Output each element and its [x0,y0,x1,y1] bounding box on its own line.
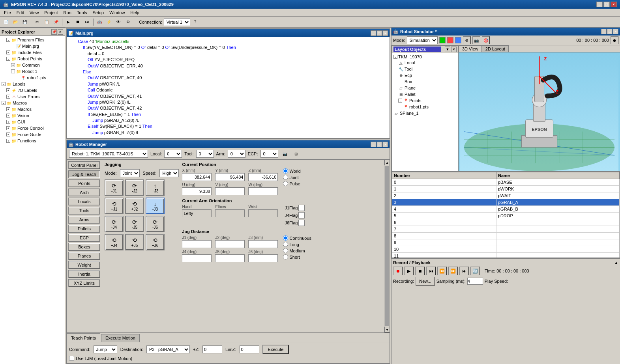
paste-btn[interactable]: 📌 [52,18,60,26]
ecp-select[interactable]: 0 [260,150,278,158]
expand-macros[interactable]: - [2,101,6,105]
tree-item-robot-points[interactable]: - 📁 Robot Points [1,56,64,62]
help-btn[interactable]: ? [191,18,200,26]
lo-robot1pts[interactable]: 📍 robot1.pts [393,104,457,110]
expand-force-control[interactable]: + [6,126,10,130]
tree-item-main-prg[interactable]: 📝 Main.prg [1,43,64,49]
sim-3d-view[interactable]: EPSON Z Z [459,52,620,171]
lo-ecp[interactable]: ⊕ Ecp [393,72,457,78]
tree-item-gui[interactable]: + 📁 GUI [1,119,64,125]
tree-item-force-control[interactable]: + 📁 Force Control [1,125,64,131]
expand-include[interactable]: + [6,50,10,54]
tree-item-program-files[interactable]: - 📁 Program Files [1,37,64,43]
tree-item-robot1[interactable]: - 📁 Robot 1 [1,68,64,75]
command-select[interactable]: Jump [94,345,117,353]
rm-maximize[interactable]: □ [376,142,382,147]
rm-dots-btn[interactable]: ⋯ [303,149,311,158]
expand-program-files[interactable]: - [6,38,10,42]
arch-btn[interactable]: Arch [68,189,100,196]
sim-color-green[interactable] [439,37,446,43]
destination-select[interactable]: P3 - pGRAB_A [146,345,190,353]
stop-rec-btn[interactable]: ⏹ [415,267,425,275]
code-area[interactable]: Case 40 'Montaż uszczelki If Sw(YV_EJECT… [67,37,390,138]
rm-grid-btn[interactable]: ⊞ [292,149,300,158]
tree-item-io-labels[interactable]: + ⚡ I/O Labels [1,87,64,93]
j2-dist-input[interactable] [215,240,245,248]
z-input[interactable] [248,173,278,181]
layout-close-btn[interactable]: × [451,47,457,52]
table-row[interactable]: 3pGRAB_A [392,199,620,206]
execute-button[interactable]: Execute [262,345,289,354]
close-button[interactable]: × [611,2,617,7]
vision-btn[interactable]: 👁 [114,18,123,26]
j3-dist-input[interactable] [248,240,278,248]
robot-btn[interactable]: 🤖 [95,18,104,26]
table-row[interactable]: 5pDROP [392,213,620,219]
lo-points[interactable]: - 📍 Points [393,97,457,104]
step-btn[interactable]: ⏭ [83,18,92,26]
j6-dist-input[interactable] [248,254,278,262]
weight-btn[interactable]: Weight [68,261,100,269]
3d-view-tab[interactable]: 3D View [459,45,482,52]
expand-lo-points[interactable]: - [398,99,402,103]
j5-dist-input[interactable] [215,254,245,262]
xyz-limits-btn[interactable]: XYZ Limits [68,279,100,287]
menu-edit[interactable]: Edit [14,9,26,16]
table-row[interactable]: 1pWORK [392,186,620,192]
sim-btn1[interactable]: ⚙ [463,36,471,44]
tree-item-macros[interactable]: + 📁 Macros [1,106,64,112]
joint-radio-item[interactable]: Joint [283,175,301,180]
sim-record-btn[interactable]: ⏺ [611,36,618,44]
jog-minus-j3-btn[interactable]: ↓ -J3 [146,198,165,214]
speed-select[interactable]: High [159,169,179,177]
rew-btn[interactable]: ⏪ [437,267,447,275]
new-btn[interactable]: 📄 [2,18,10,26]
menu-file[interactable]: File [2,9,13,16]
table-row[interactable]: 11 [392,253,620,258]
sim-color-blue[interactable] [455,37,461,43]
sampling-input[interactable] [467,278,483,285]
j4-dist-input[interactable] [182,254,212,262]
wrist-input[interactable] [248,209,278,217]
scroll-thumb[interactable] [385,166,389,326]
table-row[interactable]: 6 [392,219,620,226]
menu-run[interactable]: Run [61,9,74,16]
lo-local[interactable]: △ Local [393,60,457,66]
medium-item[interactable]: Medium [283,248,311,253]
expand-io[interactable]: + [6,88,10,92]
menu-window[interactable]: Window [107,9,127,16]
menu-setup[interactable]: Setup [90,9,106,16]
pallets-btn[interactable]: Pallets [68,225,100,233]
sim-close[interactable]: × [613,29,618,34]
lo-tool[interactable]: 🔧 Tool [393,66,457,72]
sim-mode-select[interactable]: Simulation [407,36,438,44]
short-item[interactable]: Short [283,254,311,259]
fwd-btn[interactable]: ⏩ [448,267,458,275]
expand-uerr[interactable]: + [6,95,10,99]
pulse-radio-item[interactable]: Pulse [283,181,301,186]
open-btn[interactable]: 📂 [11,18,20,26]
arm-select[interactable]: 0 [228,150,245,158]
menu-help[interactable]: Help [128,9,142,16]
lo-plane[interactable]: ▱ Plane [393,85,457,91]
tree-item-labels[interactable]: - 📁 Labels [1,81,64,87]
arms-btn[interactable]: Arms [68,216,100,224]
long-radio[interactable] [283,242,288,247]
sim-maximize[interactable]: □ [607,29,613,34]
lo-pallet[interactable]: ⊞ Pallet [393,91,457,97]
jog-minus-j2-btn[interactable]: ⟳ -J2 [125,179,144,196]
tree-item-common[interactable]: + 📁 Common [1,62,64,68]
2d-layout-tab[interactable]: 2D Layout [482,45,509,52]
y-input[interactable] [215,173,245,181]
tree-item-robot1-pts[interactable]: 📍 robot1.pts [1,75,64,81]
maximize-button[interactable]: □ [603,2,610,7]
connection-select[interactable]: Virtual 1 [164,18,190,26]
run-btn[interactable]: ▶ [64,18,73,26]
robot-select[interactable]: Robot: 1, TKM_19070, T3-401S [69,150,148,158]
menu-project[interactable]: Project [42,9,60,16]
table-row[interactable]: 7 [392,226,620,233]
tree-item-include-files[interactable]: + 📁 Include Files [1,49,64,56]
jog-plus-j5-btn[interactable]: ⟲ +J5 [125,234,144,250]
jog-teach-btn[interactable]: Jog & Teach [68,170,100,178]
x-input[interactable] [182,173,212,181]
